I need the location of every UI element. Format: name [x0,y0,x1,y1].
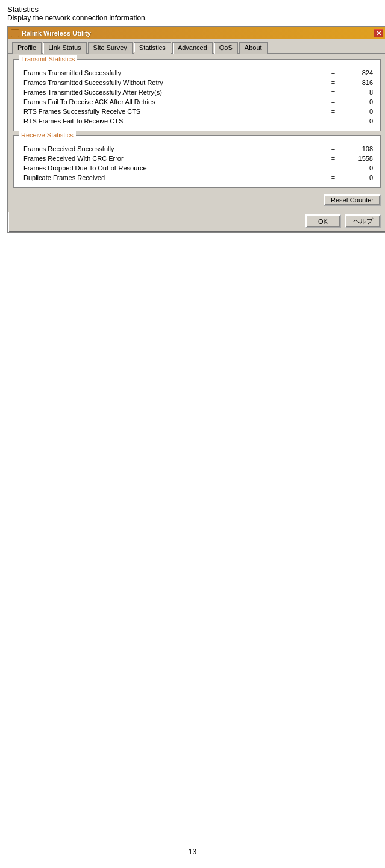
receive-group-label: Receive Statistics [19,131,76,139]
table-row: RTS Frames Successfully Receive CTS = 0 [19,107,375,116]
close-button[interactable]: ✕ [374,29,383,37]
page-number: 13 [189,848,196,856]
stat-eq: = [327,145,339,152]
stat-eq: = [327,69,339,76]
tab-advanced[interactable]: Advanced [172,42,213,54]
app-icon [11,29,19,37]
bottom-buttons: OK ヘルプ [8,212,385,232]
stat-value: 0 [339,108,375,115]
page-title: Statistics [7,5,147,14]
stat-eq: = [327,108,339,115]
stat-value: 8 [339,89,375,96]
table-row: Frames Received Successfully = 108 [19,144,375,154]
stat-label: Frames Received Successfully [19,145,327,152]
transmit-group-label: Transmit Statistics [19,55,77,63]
window-title: Ralink Wireless Utility [22,30,374,37]
receive-group: Receive Statistics Frames Received Succe… [13,135,381,188]
stat-eq: = [327,164,339,172]
tab-statistics[interactable]: Statistics [134,42,171,54]
ok-button[interactable]: OK [305,214,341,228]
stat-eq: = [327,98,339,105]
table-row: Frames Fail To Receive ACK After All Ret… [19,97,375,107]
stat-value: 0 [339,117,375,125]
stat-label: Frames Transmitted Successfully Without … [19,79,327,86]
tab-about[interactable]: About [239,42,268,54]
reset-counter-row: Reset Counter [13,192,381,207]
transmit-group: Transmit Statistics Frames Transmitted S… [13,59,381,131]
table-row: Frames Received With CRC Error = 1558 [19,154,375,163]
title-bar: Ralink Wireless Utility ✕ [8,27,385,39]
window: Ralink Wireless Utility ✕ Profile Link S… [7,26,385,233]
page-subtitle: Display the network connection informati… [7,14,147,22]
stat-label: RTS Frames Successfully Receive CTS [19,108,327,115]
table-row: Duplicate Frames Received = 0 [19,173,375,183]
table-row: Frames Transmitted Successfully Without … [19,78,375,87]
stat-label: RTS Frames Fail To Receive CTS [19,117,327,125]
table-row: Frames Transmitted Successfully After Re… [19,87,375,97]
stat-label: Frames Transmitted Successfully After Re… [19,89,327,96]
stat-label: Frames Transmitted Successfully [19,69,327,76]
stat-eq: = [327,117,339,125]
stat-value: 0 [339,164,375,172]
transmit-rows: Frames Transmitted Successfully = 824 Fr… [19,68,375,126]
page-header: Statistics Display the network connectio… [7,5,147,22]
tab-qos[interactable]: QoS [214,42,238,54]
stat-value: 0 [339,174,375,181]
stat-label: Duplicate Frames Received [19,174,327,181]
receive-rows: Frames Received Successfully = 108 Frame… [19,144,375,183]
stat-value: 824 [339,69,375,76]
stat-value: 816 [339,79,375,86]
tab-bar: Profile Link Status Site Survey Statisti… [8,39,385,54]
help-button[interactable]: ヘルプ [345,214,381,228]
stat-value: 108 [339,145,375,152]
stat-eq: = [327,89,339,96]
tab-profile[interactable]: Profile [12,42,42,54]
stat-value: 0 [339,98,375,105]
stat-label: Frames Dropped Due To Out-of-Resource [19,164,327,172]
content-area: Transmit Statistics Frames Transmitted S… [8,54,385,212]
stat-label: Frames Fail To Receive ACK After All Ret… [19,98,327,105]
tab-site-survey[interactable]: Site Survey [88,42,133,54]
tab-link-status[interactable]: Link Status [43,42,86,54]
stat-eq: = [327,155,339,162]
table-row: Frames Dropped Due To Out-of-Resource = … [19,163,375,173]
reset-counter-button[interactable]: Reset Counter [324,194,381,206]
table-row: RTS Frames Fail To Receive CTS = 0 [19,116,375,126]
stat-eq: = [327,174,339,181]
stat-value: 1558 [339,155,375,162]
stat-eq: = [327,79,339,86]
table-row: Frames Transmitted Successfully = 824 [19,68,375,78]
stat-label: Frames Received With CRC Error [19,155,327,162]
